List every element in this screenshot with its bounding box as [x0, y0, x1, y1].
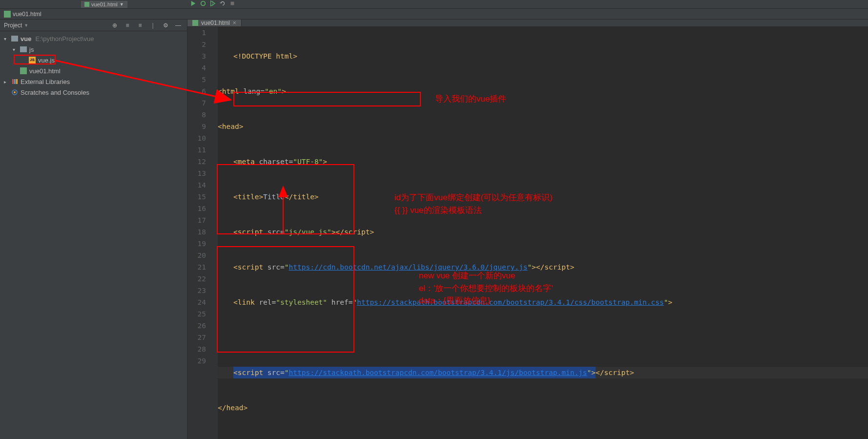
- svg-point-6: [14, 91, 16, 93]
- run-config-selector[interactable]: vue01.html ▼: [81, 1, 127, 8]
- collapse-all-icon[interactable]: ≡: [135, 21, 145, 30]
- tree-scratches[interactable]: Scratches and Consoles: [0, 87, 187, 98]
- tree-external-libraries[interactable]: ▸ External Libraries: [0, 76, 187, 87]
- tree-folder-js[interactable]: ▾ js: [0, 44, 187, 55]
- svg-rect-3: [14, 79, 16, 84]
- tree-file-vuejs[interactable]: JS vue.js: [0, 55, 187, 65]
- breadcrumb-file[interactable]: vue01.html: [13, 11, 41, 18]
- html-file-icon: [192, 20, 198, 26]
- main-toolbar: vue01.html ▼: [0, 0, 868, 9]
- navigation-bar: vue01.html: [0, 9, 868, 20]
- svg-rect-4: [16, 79, 18, 84]
- line-number-gutter[interactable]: 1234567891011121314151617181920212223242…: [187, 27, 211, 439]
- hide-icon[interactable]: —: [173, 21, 183, 30]
- editor: vue01.html × ▲4 ▲1 ⌃ 1234567891011121314…: [187, 20, 868, 439]
- coverage-icon[interactable]: [209, 0, 216, 8]
- html-file-icon: [4, 11, 11, 18]
- editor-tabs: vue01.html ×: [187, 20, 868, 27]
- debug-icon[interactable]: [200, 0, 207, 8]
- library-icon: [11, 78, 19, 85]
- scratches-icon: [11, 88, 19, 96]
- run-config-label: vue01.html: [91, 1, 118, 7]
- code-editor[interactable]: 1234567891011121314151617181920212223242…: [187, 27, 868, 439]
- tree-file-vue01[interactable]: vue01.html: [0, 65, 187, 76]
- project-tree[interactable]: ▾ vue E:\pythonProject\vue ▾ js JS vue.j…: [0, 31, 187, 100]
- editor-tab-label: vue01.html: [201, 20, 230, 26]
- svg-point-0: [201, 1, 205, 6]
- project-tool-window: Project ▼ ⊕ ≡ ≡ | ⚙ — ▾ vue E:\pythonPro…: [0, 20, 187, 439]
- select-opened-file-icon[interactable]: ⊕: [110, 21, 120, 30]
- stop-icon[interactable]: [229, 0, 236, 8]
- fold-gutter[interactable]: [211, 27, 218, 439]
- project-panel-title[interactable]: Project: [4, 22, 22, 29]
- expand-all-icon[interactable]: ≡: [123, 21, 132, 30]
- rerun-icon[interactable]: [219, 0, 226, 8]
- svg-rect-2: [12, 79, 14, 84]
- run-icon[interactable]: [190, 0, 197, 8]
- close-tab-icon[interactable]: ×: [233, 20, 236, 26]
- project-panel-header: Project ▼ ⊕ ≡ ≡ | ⚙ —: [0, 20, 187, 31]
- editor-tab-vue01[interactable]: vue01.html ×: [187, 20, 242, 26]
- svg-rect-1: [230, 2, 234, 5]
- tree-root[interactable]: ▾ vue E:\pythonProject\vue: [0, 33, 187, 44]
- settings-icon[interactable]: ⚙: [161, 21, 170, 30]
